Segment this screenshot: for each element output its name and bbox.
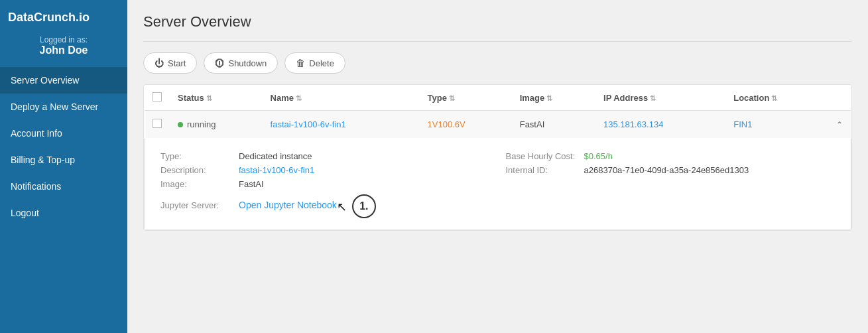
detail-type-row: Type: Dedicated instance — [160, 149, 490, 163]
app-logo: DataCrunch.io — [0, 0, 127, 30]
row-location-cell: FIN1 — [725, 111, 828, 139]
row-checkbox-cell — [145, 111, 170, 139]
table-header-row: Status Name Type Image IP Address Locati… — [145, 86, 851, 111]
detail-internal-id-row: Internal ID: a268370a-71e0-409d-a35a-24e… — [506, 163, 836, 177]
detail-image-row: Image: FastAI — [160, 177, 490, 191]
username-display: John Doe — [8, 44, 119, 56]
detail-type-label: Type: — [160, 151, 233, 161]
detail-cost-row: Base Hourly Cost: $0.65/h — [506, 149, 836, 163]
delete-button[interactable]: 🗑 Delete — [284, 52, 345, 74]
row-checkbox[interactable] — [153, 119, 162, 128]
sidebar-item-account-info[interactable]: Account Info — [0, 120, 127, 147]
detail-description-value: fastai-1v100-6v-fin1 — [239, 165, 314, 175]
chevron-up-icon: ⌃ — [836, 120, 843, 129]
sidebar-nav: Server Overview Deploy a New Server Acco… — [0, 67, 127, 333]
annotation-circle-1: 1. — [352, 194, 376, 218]
delete-label: Delete — [309, 58, 334, 68]
sidebar-item-label: Deploy a New Server — [11, 101, 98, 112]
sidebar-item-logout[interactable]: Logout — [0, 200, 127, 226]
detail-right-col: Base Hourly Cost: $0.65/h Internal ID: a… — [506, 149, 836, 219]
col-header-ip[interactable]: IP Address — [595, 86, 725, 111]
table-row[interactable]: running fastai-1v100-6v-fin1 1V100.6V Fa… — [145, 111, 851, 139]
page-title: Server Overview — [143, 13, 852, 31]
title-divider — [143, 41, 852, 42]
trash-icon: 🗑 — [296, 58, 305, 68]
select-all-checkbox[interactable] — [153, 92, 162, 101]
row-type-cell: 1V100.6V — [420, 111, 512, 139]
status-running: running — [178, 119, 255, 129]
shutdown-label: Shutdown — [228, 58, 267, 68]
row-status-cell: running — [170, 111, 263, 139]
action-buttons: ⏻ Start ⏼ Shutdown 🗑 Delete — [143, 52, 852, 74]
server-location[interactable]: FIN1 — [733, 119, 752, 129]
sidebar-item-label: Notifications — [11, 181, 61, 192]
select-all-header — [145, 86, 170, 111]
row-ip-cell: 135.181.63.134 — [595, 111, 725, 139]
detail-image-value: FastAI — [239, 179, 264, 189]
sidebar-item-label: Server Overview — [11, 75, 79, 86]
col-header-status[interactable]: Status — [170, 86, 263, 111]
status-dot-running — [178, 122, 183, 127]
cursor-arrow-icon: ↖ — [337, 200, 347, 214]
detail-panel: Type: Dedicated instance Description: fa… — [144, 139, 851, 230]
start-button[interactable]: ⏻ Start — [143, 52, 197, 74]
sidebar-item-label: Logout — [11, 208, 39, 218]
col-header-type[interactable]: Type — [420, 86, 512, 111]
power-icon: ⏻ — [155, 58, 164, 68]
col-header-expand — [828, 86, 851, 111]
detail-cost-value: $0.65/h — [584, 151, 613, 161]
shutdown-button[interactable]: ⏼ Shutdown — [204, 52, 278, 74]
detail-image-label: Image: — [160, 179, 233, 189]
detail-jupyter-row: Jupyter Server: Open Jupyter Notebook ↖ … — [160, 191, 490, 219]
sidebar-item-server-overview[interactable]: Server Overview — [0, 67, 127, 94]
user-info: Logged in as: John Doe — [0, 30, 127, 67]
col-header-image[interactable]: Image — [512, 86, 595, 111]
detail-cost-label: Base Hourly Cost: — [506, 151, 579, 161]
server-type: 1V100.6V — [428, 119, 465, 129]
server-table-wrapper: Status Name Type Image IP Address Locati… — [143, 84, 852, 231]
server-name-link[interactable]: fastai-1v100-6v-fin1 — [271, 119, 346, 129]
shutdown-icon: ⏼ — [215, 58, 224, 68]
sidebar: DataCrunch.io Logged in as: John Doe Ser… — [0, 0, 127, 333]
detail-internal-id-label: Internal ID: — [506, 165, 579, 175]
row-image-cell: FastAI — [512, 111, 595, 139]
start-label: Start — [168, 58, 186, 68]
detail-type-value: Dedicated instance — [239, 151, 312, 161]
row-expand-cell[interactable]: ⌃ — [828, 111, 851, 139]
main-content: Server Overview ⏻ Start ⏼ Shutdown 🗑 Del… — [127, 0, 868, 333]
col-header-name[interactable]: Name — [263, 86, 420, 111]
sidebar-item-label: Billing & Top-up — [11, 155, 75, 165]
detail-jupyter-label: Jupyter Server: — [160, 200, 233, 210]
sidebar-item-deploy-new-server[interactable]: Deploy a New Server — [0, 94, 127, 120]
detail-description-row: Description: fastai-1v100-6v-fin1 — [160, 163, 490, 177]
sidebar-item-billing-topup[interactable]: Billing & Top-up — [0, 147, 127, 173]
detail-description-label: Description: — [160, 165, 233, 175]
detail-left-col: Type: Dedicated instance Description: fa… — [160, 149, 490, 219]
sidebar-item-notifications[interactable]: Notifications — [0, 173, 127, 200]
sidebar-item-label: Account Info — [11, 128, 62, 139]
detail-internal-id-value: a268370a-71e0-409d-a35a-24e856ed1303 — [584, 165, 749, 175]
status-text: running — [187, 119, 216, 129]
server-table: Status Name Type Image IP Address Locati… — [144, 85, 851, 139]
server-ip[interactable]: 135.181.63.134 — [603, 119, 663, 129]
row-name-cell: fastai-1v100-6v-fin1 — [263, 111, 420, 139]
jupyter-notebook-link[interactable]: Open Jupyter Notebook — [239, 200, 337, 210]
server-image: FastAI — [520, 119, 545, 129]
col-header-location[interactable]: Location — [725, 86, 828, 111]
logged-in-as-label: Logged in as: — [40, 35, 88, 44]
